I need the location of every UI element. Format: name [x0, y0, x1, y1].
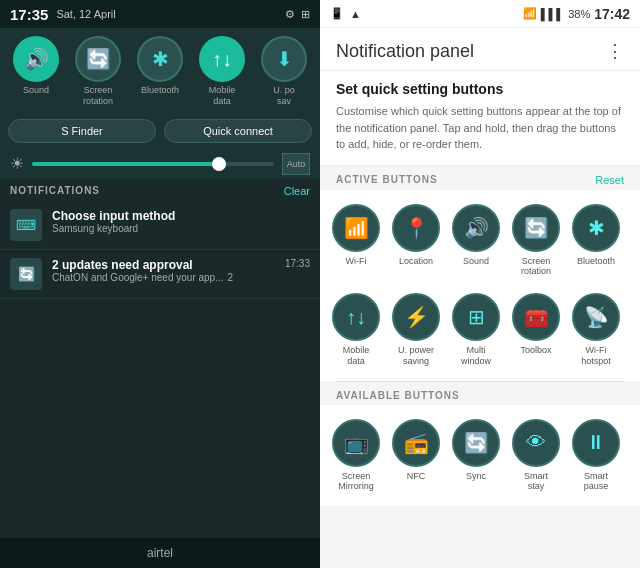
qs-mobile-data[interactable]: ↑↓ Mobiledata [193, 36, 251, 107]
status-bar-left: 17:35 Sat, 12 April ⚙ ⊞ [0, 0, 320, 28]
sound-label: Sound [463, 256, 489, 267]
multi-window-label: Multiwindow [461, 345, 491, 367]
available-section-label: AVAILABLE BUTTONS [336, 390, 460, 401]
quick-settings-grid: 🔊 Sound 🔄 Screenrotation ✱ Bluetooth ↑↓ … [0, 28, 320, 113]
grid-btn-wifi-hotspot[interactable]: 📡 Wi-Fihotspot [568, 287, 624, 373]
smart-pause-label: Smartpause [584, 471, 609, 493]
keyboard-icon: ⌨ [10, 209, 42, 241]
status-left-right: 📱 ▲ [330, 7, 361, 20]
screen-mirror-icon: 📺 [332, 419, 380, 467]
sync-icon: 🔄 [452, 419, 500, 467]
sound-btn-icon: 🔊 [452, 204, 500, 252]
notif-time-2: 17:33 [285, 258, 310, 272]
screen-rotation-label: Screenrotation [521, 256, 551, 278]
smart-stay-label: Smartstay [524, 471, 548, 493]
location-label: Location [399, 256, 433, 267]
smart-stay-icon: 👁 [512, 419, 560, 467]
grid-btn-toolbox[interactable]: 🧰 Toolbox [508, 287, 564, 373]
notif-content-1: Choose input method Samsung keyboard [52, 209, 310, 234]
grid-btn-bluetooth[interactable]: ✱ Bluetooth [568, 198, 624, 284]
sound-icon: 🔊 [13, 36, 59, 82]
notification-updates[interactable]: 🔄 2 updates need approval 17:33 ChatON a… [0, 250, 320, 299]
status-bar-right: 📱 ▲ 📶 ▌▌▌ 38% 17:42 [320, 0, 640, 28]
nfc-label: NFC [407, 471, 426, 482]
sfinder-button[interactable]: S Finder [8, 119, 156, 143]
power-saving-icon: ⚡ [392, 293, 440, 341]
status-right-right: 📶 ▌▌▌ 38% 17:42 [523, 6, 630, 22]
signal-icon: ▲ [350, 8, 361, 20]
location-icon: 📍 [392, 204, 440, 252]
auto-label: Auto [287, 159, 306, 169]
notif-meta-2: ChatON and Google+ need your app... 2 [52, 272, 310, 283]
available-section: AVAILABLE BUTTONS 📺 ScreenMirroring 📻 NF… [320, 382, 640, 507]
left-panel: 17:35 Sat, 12 April ⚙ ⊞ 🔊 Sound 🔄 Screen… [0, 0, 320, 568]
qs-mobile-label: Mobiledata [209, 85, 236, 107]
smart-pause-icon: ⏸ [572, 419, 620, 467]
quick-setting-desc: Set quick setting buttons Customise whic… [320, 71, 640, 166]
brightness-fill [32, 162, 226, 166]
qs-bluetooth[interactable]: ✱ Bluetooth [131, 36, 189, 107]
available-buttons-grid: 📺 ScreenMirroring 📻 NFC 🔄 Sync 👁 Smartst… [320, 405, 640, 507]
rotation-icon: 🔄 [75, 36, 121, 82]
toolbox-icon: 🧰 [512, 293, 560, 341]
grid-btn-multi-window[interactable]: ⊞ Multiwindow [448, 287, 504, 373]
grid-btn-sync[interactable]: 🔄 Sync [448, 413, 504, 499]
grid-btn-screen-rotation[interactable]: 🔄 Screenrotation [508, 198, 564, 284]
mobile-data-btn-icon: ↑↓ [332, 293, 380, 341]
settings-icon[interactable]: ⚙ [285, 8, 295, 21]
qs-power-save[interactable]: ⬇ U. posav [255, 36, 313, 107]
notifications-header: NOTIFICATIONS Clear [0, 179, 320, 201]
available-section-header: AVAILABLE BUTTONS [320, 382, 640, 405]
sync-label: Sync [466, 471, 486, 482]
grid-btn-smart-pause[interactable]: ⏸ Smartpause [568, 413, 624, 499]
notif-title: NOTIFICATIONS [10, 185, 100, 196]
phone-icon: 📱 [330, 7, 344, 20]
active-buttons-grid: 📶 Wi-Fi 📍 Location 🔊 Sound 🔄 Screenrotat… [320, 190, 640, 381]
grid-btn-wifi[interactable]: 📶 Wi-Fi [328, 198, 384, 284]
brightness-bar[interactable] [32, 162, 274, 166]
grid-btn-location[interactable]: 📍 Location [388, 198, 444, 284]
mobile-data-icon: ↑↓ [199, 36, 245, 82]
notif-sub-2: ChatON and Google+ need your app... [52, 272, 224, 283]
grid-btn-screen-mirror[interactable]: 📺 ScreenMirroring [328, 413, 384, 499]
brightness-thumb [212, 157, 226, 171]
brightness-row: ☀ Auto [0, 149, 320, 179]
auto-checkbox[interactable]: Auto [282, 153, 310, 175]
qs-sound[interactable]: 🔊 Sound [7, 36, 65, 107]
qs-main-title: Set quick setting buttons [336, 81, 624, 97]
brightness-icon: ☀ [10, 154, 24, 173]
notif-title-2: 2 updates need approval [52, 258, 193, 272]
notif-title-1: Choose input method [52, 209, 310, 223]
grid-btn-nfc[interactable]: 📻 NFC [388, 413, 444, 499]
clear-button[interactable]: Clear [284, 185, 310, 197]
mobile-data-label: Mobiledata [343, 345, 370, 367]
grid-btn-smart-stay[interactable]: 👁 Smartstay [508, 413, 564, 499]
wifi-label: Wi-Fi [346, 256, 367, 267]
grid-btn-power-saving[interactable]: ⚡ U. powersaving [388, 287, 444, 373]
quick-connect-button[interactable]: Quick connect [164, 119, 312, 143]
status-icons-left: ⚙ ⊞ [285, 8, 310, 21]
active-section-header: ACTIVE BUTTONS Reset [320, 166, 640, 190]
time-left: 17:35 [10, 6, 48, 23]
notification-input-method[interactable]: ⌨ Choose input method Samsung keyboard [0, 201, 320, 250]
grid-icon[interactable]: ⊞ [301, 8, 310, 21]
right-panel: 📱 ▲ 📶 ▌▌▌ 38% 17:42 Notification panel ⋮… [320, 0, 640, 568]
quick-actions-row: S Finder Quick connect [0, 113, 320, 149]
qs-desc-text: Customise which quick setting buttons ap… [336, 103, 624, 153]
bluetooth-label: Bluetooth [577, 256, 615, 267]
notif-content-2: 2 updates need approval 17:33 ChatON and… [52, 258, 310, 283]
grid-btn-mobile-data[interactable]: ↑↓ Mobiledata [328, 287, 384, 373]
screen-rotation-icon: 🔄 [512, 204, 560, 252]
reset-button[interactable]: Reset [595, 174, 624, 186]
more-options-icon[interactable]: ⋮ [606, 40, 624, 62]
screen-mirror-label: ScreenMirroring [338, 471, 374, 493]
wifi-hotspot-label: Wi-Fihotspot [581, 345, 611, 367]
grid-btn-sound[interactable]: 🔊 Sound [448, 198, 504, 284]
notif-badge-2: 2 [228, 272, 234, 283]
power-saving-label: U. powersaving [398, 345, 434, 367]
spacer [0, 299, 320, 538]
panel-header: Notification panel ⋮ [320, 28, 640, 71]
qs-rotation[interactable]: 🔄 Screenrotation [69, 36, 127, 107]
power-save-icon: ⬇ [261, 36, 307, 82]
nfc-icon: 📻 [392, 419, 440, 467]
